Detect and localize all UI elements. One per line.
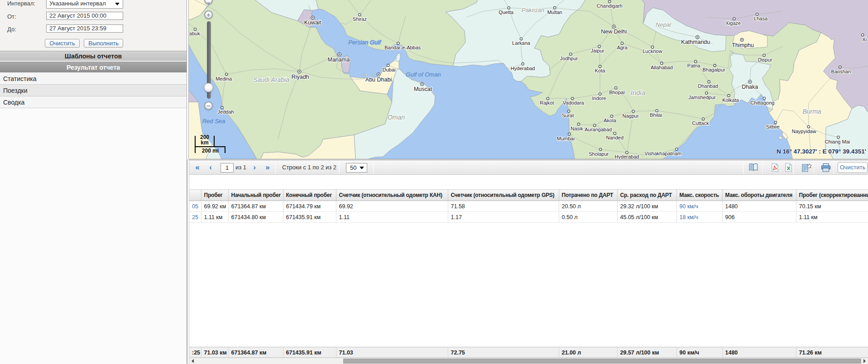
column-header-8[interactable]: Макс. скорость xyxy=(676,190,722,201)
cell-r1-c10: 1.11 км xyxy=(796,212,868,223)
city-label: Dubai xyxy=(383,67,396,72)
interval-select[interactable]: Указанный интервал xyxy=(46,0,123,9)
export-file-icon[interactable] xyxy=(801,162,811,173)
city-label: Naypyidaw xyxy=(792,129,816,134)
prev-page-button[interactable]: ‹ xyxy=(206,160,216,174)
sidebar-item-поездки[interactable]: Поездки xyxy=(0,85,187,96)
summary-cell-c6: 21.00 л xyxy=(559,347,617,358)
last-page-button[interactable]: » xyxy=(263,160,273,174)
report-result-panel: « ‹ из 1 › » Строки с 1 по 2 из 2 50 xyxy=(187,159,868,364)
map[interactable]: Persian GulfGulf of OmanRed SeaSaudi Ara… xyxy=(188,0,868,160)
export-pdf-icon[interactable] xyxy=(769,162,780,173)
map-island xyxy=(745,106,747,107)
country-label: Saudi Arabia xyxy=(253,76,289,83)
interval-label: Интервал: xyxy=(7,0,35,7)
page-number-input[interactable] xyxy=(221,163,234,172)
cell-r1-c4: 1.11 xyxy=(336,212,448,223)
to-input[interactable]: 27 Август 2015 23:59 xyxy=(46,24,123,33)
city-label: Chandigarh xyxy=(597,3,623,9)
sidebar-item-сводка[interactable]: Сводка xyxy=(0,96,187,108)
table-row[interactable]: 251.11 км671434.80 км671435.91 км1.111.1… xyxy=(189,212,868,223)
column-header-9[interactable]: Макс. обороты двигателя xyxy=(722,190,796,201)
grid-clear-button[interactable]: Очистить xyxy=(838,162,868,173)
application-window: Интервал: Указанный интервал От: 22 Авгу… xyxy=(0,0,868,364)
summary-table-row: :2571.03 км671364.87 км671435.91 км71.03… xyxy=(189,347,868,358)
city-label: Mumbai xyxy=(557,136,575,141)
export-excel-icon[interactable] xyxy=(783,162,794,173)
city-label: Bhagalpur xyxy=(703,67,725,72)
city-label: Bhopal xyxy=(609,90,624,95)
zoom-in-button[interactable]: + xyxy=(204,10,213,19)
city-label: Akola xyxy=(604,118,616,123)
cell-r0-c3: 671434.79 км xyxy=(283,201,336,212)
cell-r0-c8: 90 км/ч xyxy=(676,201,722,212)
city-label: Xi xyxy=(862,37,867,42)
city-label: Agra xyxy=(617,45,628,50)
city-label: Vishakhapatnam xyxy=(645,151,682,156)
city-label: Surat xyxy=(562,113,574,118)
column-header-4[interactable]: Счетчик (относительный одометр КАН) xyxy=(336,190,448,201)
cell-r0-c7: 29.32 л/100 км xyxy=(617,201,676,212)
country-label: Burma xyxy=(802,108,821,115)
city-label: Sittwe xyxy=(766,124,780,129)
city-label: Cuttack xyxy=(692,120,709,126)
toolbar-separator xyxy=(373,160,374,174)
column-header-0[interactable] xyxy=(189,190,201,201)
country-label: Oman xyxy=(388,114,405,121)
report-template-icon[interactable] xyxy=(748,162,759,173)
first-page-button[interactable]: « xyxy=(192,160,202,174)
city-label: Dhanbad xyxy=(698,83,718,89)
horizontal-scrollbar[interactable] xyxy=(189,358,868,364)
scroll-left-arrow[interactable] xyxy=(189,358,196,364)
map-island xyxy=(362,75,364,76)
form-clear-button[interactable]: Очистить xyxy=(45,39,80,48)
column-header-2[interactable]: Начальный пробег xyxy=(228,190,283,201)
column-header-7[interactable]: Ср. расход по ДАРТ xyxy=(617,190,676,201)
country-label: Nepal xyxy=(656,21,671,28)
city-label: Kolkata xyxy=(722,97,739,103)
summary-cell-c1: 71.03 км xyxy=(201,347,228,358)
toolbar-separator xyxy=(793,160,794,174)
cell-r0-c5: 71.58 xyxy=(448,201,559,212)
map-island xyxy=(372,74,374,75)
city-label: Tabuk xyxy=(189,31,200,36)
summary-cell-c4: 71.03 xyxy=(336,347,448,358)
city-label: Kathmandu xyxy=(681,39,710,45)
scrollbar-thumb[interactable] xyxy=(343,359,862,364)
toolbar-separator xyxy=(834,160,834,174)
cell-r0-c2: 671364.87 км xyxy=(228,201,283,212)
toolbar-separator xyxy=(339,160,340,174)
scroll-right-arrow[interactable] xyxy=(861,358,868,364)
city-label: Bandar-e-Abbas xyxy=(384,45,421,50)
result-header[interactable]: Результат отчета xyxy=(0,62,187,72)
toolbar-separator xyxy=(743,160,743,174)
cell-r0-c9: 1480 xyxy=(722,201,796,212)
map-canvas: Persian GulfGulf of OmanRed SeaSaudi Ara… xyxy=(189,0,868,159)
city-label: Sholapur xyxy=(589,151,609,157)
country-label: Pakistan xyxy=(522,7,544,14)
zoom-slider-handle[interactable] xyxy=(204,83,213,92)
summary-cell-c3: 671435.91 км xyxy=(283,347,336,358)
city-label: Kota xyxy=(595,68,606,73)
column-header-6[interactable]: Потрачено по ДАРТ xyxy=(559,190,617,201)
form-execute-button[interactable]: Выполнить xyxy=(84,39,123,48)
table-row[interactable]: 0569.92 км671364.87 км671434.79 км69.927… xyxy=(189,201,868,212)
page-size-select[interactable]: 50 xyxy=(346,163,367,172)
city-label: Thimphu xyxy=(732,42,754,48)
select-arrow-icon xyxy=(115,3,120,5)
summary-cell-c8: 90 км/ч xyxy=(676,347,722,358)
templates-header[interactable]: Шаблоны отчетов xyxy=(0,51,187,61)
summary-cell-c7: 29.57 л/100 км xyxy=(617,347,676,358)
from-label: От: xyxy=(7,13,16,20)
column-header-1[interactable]: Пробег xyxy=(201,190,228,201)
sidebar-item-статистика[interactable]: Статистика xyxy=(0,73,187,85)
from-input[interactable]: 22 Август 2015 00:00 xyxy=(46,12,123,20)
city-label: Kuwait xyxy=(304,19,321,26)
column-header-5[interactable]: Счетчик (относительный одометр GPS) xyxy=(448,190,559,201)
cell-r0-c0: 05 xyxy=(189,201,201,212)
column-header-10[interactable]: Пробег (скорректированный) xyxy=(796,190,868,201)
next-page-button[interactable]: › xyxy=(249,160,259,174)
zoom-out-button[interactable]: − xyxy=(204,101,213,110)
print-icon[interactable] xyxy=(820,162,831,173)
column-header-3[interactable]: Конечный пробег xyxy=(283,190,336,201)
